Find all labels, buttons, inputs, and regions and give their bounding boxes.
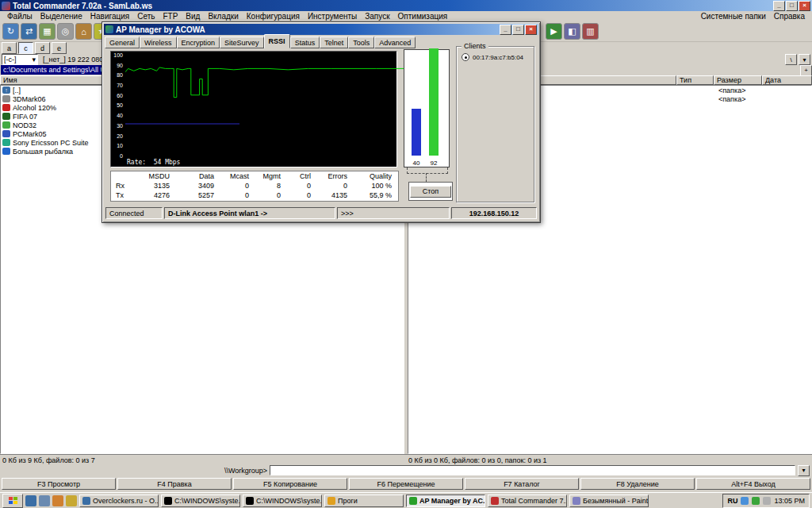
menu-view[interactable]: Вид [182,12,204,21]
col-msdu: MSDU [132,172,176,180]
col-mcast: Mcast [220,172,255,180]
tab-telnet[interactable]: Telnet [320,37,348,48]
column-config-button[interactable]: + [800,65,812,76]
run-icon[interactable]: ▶ [546,23,562,40]
internet-explorer-icon[interactable] [25,495,36,506]
folder-icon [2,104,10,111]
command-input[interactable] [270,465,795,475]
tab-encryption[interactable]: Encryption [177,37,220,48]
media-player-icon[interactable] [52,495,63,506]
menu-configuration[interactable]: Конфигурация [243,12,304,21]
menu-optimization[interactable]: Оптимизация [394,12,452,21]
col-mgmt: Mgmt [255,172,287,180]
minimize-button[interactable]: _ [773,1,785,11]
rssi-bar [412,109,421,156]
taskbar-task[interactable]: C:\WINDOWS\syste... [161,495,240,507]
browser-icon [82,497,90,505]
access-point-label: D-Link Access Point wlan1 -> [164,207,335,219]
folder-icon [2,95,10,102]
volume-icon[interactable] [741,497,749,505]
network-icon[interactable]: ⇄ [21,23,37,40]
window-title: Total Commander 7.02a - SamLab.ws [13,2,771,10]
ap-minimize-button[interactable]: _ [500,25,511,35]
close-button[interactable]: × [799,1,810,11]
taskbar-task[interactable]: C:\WINDOWS\syste... [243,495,322,507]
history-button[interactable]: ▾ [799,54,810,65]
drive-e-button[interactable]: e [52,42,67,54]
header-type-right[interactable]: Тип [676,75,714,85]
taskbar-task[interactable]: Overclockers.ru - O... [79,495,159,507]
split-view-icon[interactable]: ◧ [564,23,580,40]
rssi-graph: 10090 8070 6050 4030 2010 0 Rate: 54 Mbp… [110,51,397,167]
menu-run[interactable]: Запуск [361,12,393,21]
f5-copy-button[interactable]: F5 Копирование [233,478,347,490]
show-desktop-icon[interactable] [39,495,50,506]
language-indicator[interactable]: RU [727,497,737,505]
rate-label: Rate: 54 Mbps [127,159,180,166]
total-commander-icon [2,2,10,10]
f7-mkdir-button[interactable]: F7 Каталог [465,478,579,490]
bars-connector [426,173,427,182]
altf4-exit-button[interactable]: Alt+F4 Выход [696,478,810,490]
outlook-icon[interactable] [66,495,77,506]
toolbar-left-group: ↻⇄▦◎⌂★ [2,23,110,40]
clock[interactable]: 13:05 PM [774,497,805,505]
ap-maximize-button[interactable]: □ [512,25,524,35]
refresh-icon[interactable]: ↻ [2,23,19,40]
radio-icon [462,53,469,61]
f4-edit-button[interactable]: F4 Правка [117,478,232,490]
ap-window-title: AP Manager by ACOWA [116,25,497,34]
drive-combo[interactable]: [-c-] ▾ [2,54,38,65]
tab-status[interactable]: Status [290,37,320,48]
cdrom-icon[interactable]: ◎ [57,23,74,40]
f6-move-button[interactable]: F6 Перемещение [349,478,463,490]
root-dir-button[interactable]: \ [785,54,797,65]
home-icon[interactable]: ⌂ [75,23,92,40]
task-label: AP Manager by AC... [419,497,485,505]
drive-d-button[interactable]: d [35,42,50,54]
f8-delete-button[interactable]: F8 Удаление [580,478,695,490]
tab-general[interactable]: General [105,37,140,48]
header-date-right[interactable]: Дата [762,75,812,85]
taskbar-task[interactable]: Безымянный - Paint [569,495,649,507]
rssi-bar [429,48,439,156]
start-button[interactable] [2,494,23,508]
folder-icon [2,113,10,120]
ap-close-button[interactable]: × [525,25,537,35]
compare-icon[interactable]: ▥ [582,23,599,40]
command-history-icon[interactable]: ▾ [798,465,810,476]
menu-ftp[interactable]: FTP [159,12,182,21]
taskbar-task-active[interactable]: AP Manager by AC... [406,495,485,507]
system-tray: RU 13:05 PM [722,494,810,508]
tab-rssi[interactable]: RSSI [264,34,290,48]
file-size: <папка> [718,95,763,103]
drive-a-button[interactable]: a [2,42,17,54]
col-errors: Errors [317,172,354,180]
header-size-right[interactable]: Размер [714,75,762,85]
tab-sitesurvey[interactable]: SiteSurvey [220,37,264,48]
network-icon[interactable] [752,497,760,505]
folder-icon [2,148,10,155]
tab-tools[interactable]: Tools [348,37,374,48]
taskbar-task[interactable]: Total Commander 7... [488,495,567,507]
f3-view-button[interactable]: F3 Просмотр [2,478,116,490]
tree-view-icon[interactable]: ▦ [39,23,56,40]
menu-files[interactable]: Файлы [3,12,36,21]
command-line-row: \\Workgroup> ▾ [0,464,812,476]
menu-tabs[interactable]: Вкладки [204,12,242,21]
tab-wireless[interactable]: Wireless [140,37,177,48]
tab-advanced[interactable]: Advanced [374,37,416,48]
drive-c-button[interactable]: c [18,42,33,54]
col-data: Data [176,172,220,180]
ap-manager-icon [409,497,417,505]
menu-net[interactable]: Сеть [133,12,159,21]
menu-tools[interactable]: Инструменты [304,12,361,21]
menu-system-folders[interactable]: Системные папки [697,12,770,21]
menu-navigation[interactable]: Навигация [86,12,133,21]
maximize-button[interactable]: □ [786,1,798,11]
menu-help[interactable]: Справка [770,12,809,21]
antivirus-icon[interactable] [763,497,771,505]
stop-button[interactable]: Стоп [410,186,451,198]
taskbar-task[interactable]: Проги [324,495,404,507]
menu-selection[interactable]: Выделение [36,12,86,21]
